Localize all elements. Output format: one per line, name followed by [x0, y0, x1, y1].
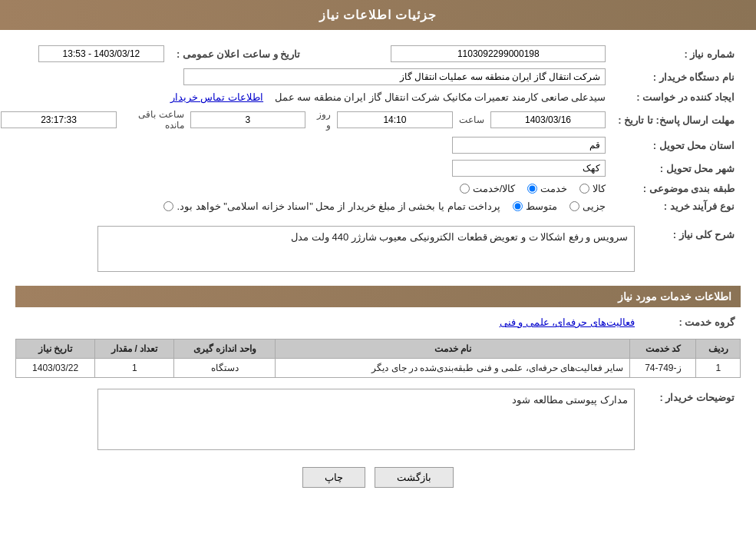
purchase-radio-group: جزیی متوسط پرداخت تمام یا بخشی از مبلغ خ… — [1, 200, 606, 212]
purchase-esnad-label: پرداخت تمام یا بخشی از مبلغ خریدار از مح… — [177, 200, 500, 212]
deadline-days-label: روز و — [312, 109, 331, 131]
description-cell: سرویس و رفع اشکالا ت و تعویض قطعات الکتر… — [15, 223, 641, 275]
description-box: سرویس و رفع اشکالا ت و تعویض قطعات الکتر… — [97, 226, 635, 272]
description-row: شرح کلی نیاز : سرویس و رفع اشکالا ت و تع… — [15, 223, 741, 275]
group-service-row: گروه خدمت : فعالیت‌های حرفه‌ای، علمی و ف… — [15, 313, 741, 331]
purchase-motavaset-item[interactable]: متوسط — [513, 200, 557, 212]
purchase-type-label: نوع فرآیند خرید : — [612, 197, 741, 215]
cell-service-name: سایر فعالیت‌های حرفه‌ای، علمی و فنی طبقه… — [276, 359, 630, 378]
deadline-date-input[interactable] — [490, 111, 606, 128]
group-service-label: گروه خدمت : — [641, 313, 741, 331]
purchase-type-cell: جزیی متوسط پرداخت تمام یا بخشی از مبلغ خ… — [0, 197, 612, 215]
type-kala-khadamat-radio[interactable] — [460, 184, 470, 194]
datetime-public-label: تاریخ و ساعت اعلان عمومی : — [170, 42, 323, 65]
city-input[interactable] — [452, 160, 606, 177]
buyer-org-label: نام دستگاه خریدار : — [612, 65, 741, 88]
cell-row-number: 1 — [696, 359, 741, 378]
notes-row: توضیحات خریدار : مدارک پیوستی مطالعه شود — [15, 386, 741, 453]
creator-cell: سیدعلی صانعی کارمند تعمیرات مکانیک شرکت … — [0, 88, 612, 106]
col-service-name: نام خدمت — [276, 340, 630, 359]
deadline-days-input[interactable] — [190, 111, 306, 128]
datetime-public-cell — [0, 42, 170, 65]
cell-quantity: 1 — [95, 359, 174, 378]
purchase-esnad-item: پرداخت تمام یا بخشی از مبلغ خریدار از مح… — [163, 200, 500, 212]
buyer-org-cell — [0, 65, 612, 88]
col-quantity: تعداد / مقدار — [95, 340, 174, 359]
buyer-org-input[interactable] — [183, 68, 606, 85]
buyer-org-row: نام دستگاه خریدار : — [0, 65, 741, 88]
print-button[interactable]: چاپ — [302, 467, 365, 488]
back-button[interactable]: بازگشت — [375, 467, 454, 488]
type-label: طبقه بندی موضوعی : — [612, 180, 741, 197]
purchase-type-row: نوع فرآیند خرید : جزیی متوسط پرداخت تمام… — [0, 197, 741, 215]
buyer-notes-label: توضیحات خریدار : — [641, 386, 741, 453]
page-header: جزئیات اطلاعات نیاز — [0, 0, 756, 30]
city-cell — [0, 157, 612, 180]
purchase-motavaset-radio[interactable] — [513, 201, 523, 211]
need-number-input[interactable] — [391, 45, 606, 62]
services-table: ردیف کد خدمت نام خدمت واحد اندازه گیری ت… — [15, 339, 741, 378]
col-row-number: ردیف — [696, 340, 741, 359]
need-number-cell — [323, 42, 612, 65]
cell-need-date: 1403/03/22 — [16, 359, 95, 378]
datetime-public-input[interactable] — [38, 45, 164, 62]
type-khadamat-label: خدمت — [540, 183, 567, 194]
province-input[interactable] — [452, 137, 606, 154]
table-row: 1 ز-749-74 سایر فعالیت‌های حرفه‌ای، علمی… — [16, 359, 741, 378]
services-section-label: اطلاعات خدمات مورد نیاز — [618, 290, 731, 303]
deadline-time-label: ساعت — [459, 114, 484, 125]
buyer-notes-box: مدارک پیوستی مطالعه شود — [97, 389, 635, 450]
purchase-jozii-item[interactable]: جزیی — [569, 200, 606, 212]
type-kala-khadamat-item[interactable]: کالا/خدمت — [460, 183, 516, 194]
services-table-header-row: ردیف کد خدمت نام خدمت واحد اندازه گیری ت… — [16, 340, 741, 359]
page-title: جزئیات اطلاعات نیاز — [319, 8, 437, 22]
cell-unit: دستگاه — [174, 359, 276, 378]
deadline-time-input[interactable] — [337, 111, 453, 128]
province-cell — [0, 134, 612, 157]
cell-service-code: ز-749-74 — [630, 359, 696, 378]
description-table: شرح کلی نیاز : سرویس و رفع اشکالا ت و تع… — [15, 223, 741, 275]
purchase-motavaset-label: متوسط — [526, 200, 557, 212]
type-kala-label: کالا — [593, 183, 606, 194]
services-table-body: 1 ز-749-74 سایر فعالیت‌های حرفه‌ای، علمی… — [16, 359, 741, 378]
type-cell: کالا خدمت کالا/خدمت — [0, 180, 612, 197]
purchase-esnad-radio[interactable] — [163, 201, 173, 211]
buyer-notes-cell: مدارک پیوستی مطالعه شود — [15, 386, 641, 453]
services-table-head: ردیف کد خدمت نام خدمت واحد اندازه گیری ت… — [16, 340, 741, 359]
type-khadamat-item[interactable]: خدمت — [527, 183, 567, 194]
type-kala-khadamat-label: کالا/خدمت — [473, 183, 516, 194]
type-radio-group: کالا خدمت کالا/خدمت — [1, 183, 606, 194]
type-khadamat-radio[interactable] — [527, 184, 537, 194]
type-kala-radio[interactable] — [579, 184, 589, 194]
creator-value: سیدعلی صانعی کارمند تعمیرات مکانیک شرکت … — [275, 91, 606, 103]
purchase-jozii-radio[interactable] — [569, 201, 579, 211]
description-label: شرح کلی نیاز : — [641, 223, 741, 275]
group-service-value[interactable]: فعالیت‌های حرفه‌ای، علمی و فنی — [500, 316, 635, 328]
deadline-remaining-input[interactable] — [1, 111, 117, 128]
group-service-table: گروه خدمت : فعالیت‌های حرفه‌ای، علمی و ف… — [15, 313, 741, 331]
content-area: شماره نیاز : تاریخ و ساعت اعلان عمومی : … — [0, 30, 756, 500]
type-kala-item[interactable]: کالا — [579, 183, 606, 194]
col-need-date: تاریخ نیاز — [16, 340, 95, 359]
city-row: شهر محل تحویل : — [0, 157, 741, 180]
purchase-jozii-label: جزیی — [583, 200, 606, 212]
description-value: سرویس و رفع اشکالا ت و تعویض قطعات الکتر… — [291, 231, 628, 243]
need-number-row: شماره نیاز : تاریخ و ساعت اعلان عمومی : — [0, 42, 741, 65]
group-service-cell: فعالیت‌های حرفه‌ای، علمی و فنی — [15, 313, 641, 331]
deadline-label: مهلت ارسال پاسخ: تا تاریخ : — [612, 106, 741, 134]
creator-label: ایجاد کننده در خواست : — [612, 88, 741, 106]
contact-link[interactable]: اطلاعات تماس خریدار — [170, 91, 263, 103]
bottom-buttons: چاپ بازگشت — [15, 467, 741, 488]
col-unit: واحد اندازه گیری — [174, 340, 276, 359]
need-number-label: شماره نیاز : — [612, 42, 741, 65]
deadline-row: مهلت ارسال پاسخ: تا تاریخ : ساعت روز و س… — [0, 106, 741, 134]
buyer-notes-value: مدارک پیوستی مطالعه شود — [512, 394, 628, 406]
services-section-header: اطلاعات خدمات مورد نیاز — [15, 286, 741, 307]
page-wrapper: جزئیات اطلاعات نیاز شماره نیاز : تاریخ و… — [0, 0, 756, 540]
province-label: استان محل تحویل : — [612, 134, 741, 157]
type-row: طبقه بندی موضوعی : کالا خدمت کالا/خدمت — [0, 180, 741, 197]
info-table: شماره نیاز : تاریخ و ساعت اعلان عمومی : … — [0, 42, 741, 215]
deadline-remaining-label: ساعت باقی مانده — [123, 109, 184, 131]
col-service-code: کد خدمت — [630, 340, 696, 359]
province-row: استان محل تحویل : — [0, 134, 741, 157]
